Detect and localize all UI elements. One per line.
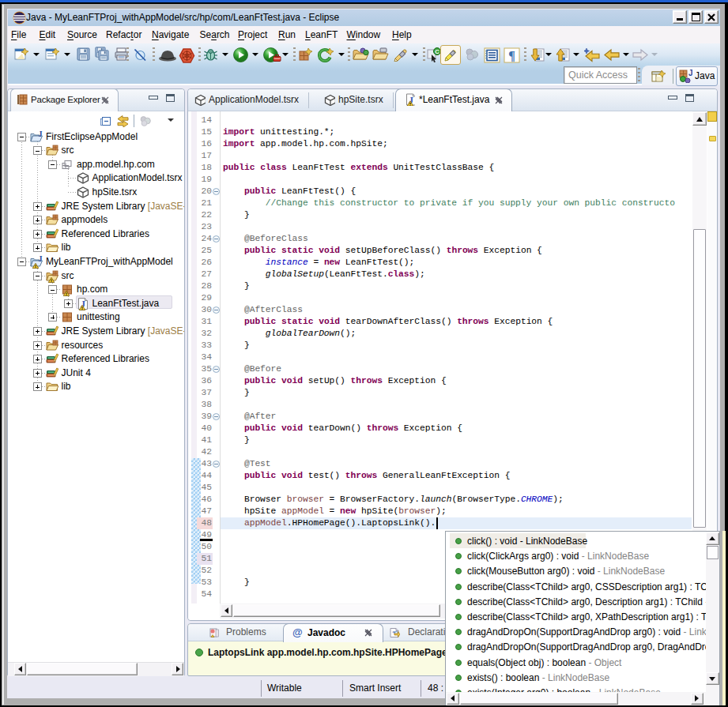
svg-text:☜: ☜ [392, 630, 398, 637]
svg-text:J: J [39, 130, 43, 138]
svg-text:C: C [435, 48, 439, 55]
svg-text:J: J [688, 69, 692, 77]
svg-text:J: J [39, 255, 43, 263]
svg-text:¶: ¶ [508, 49, 515, 62]
